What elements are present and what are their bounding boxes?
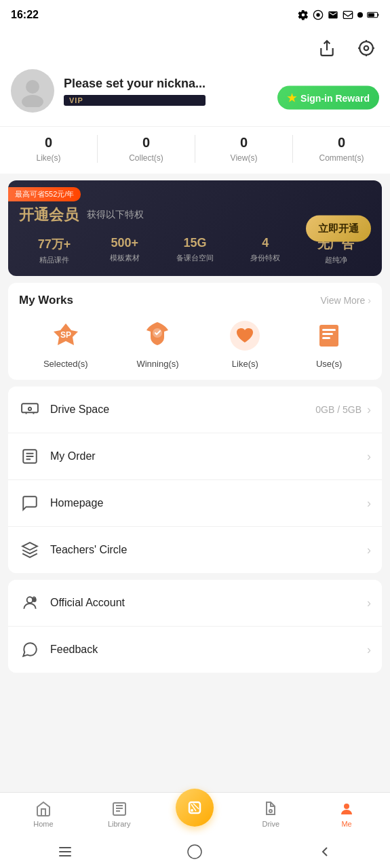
stat-comments-number: 0 <box>338 135 345 151</box>
menu-feedback-label: Feedback <box>50 644 367 656</box>
vip-feature-0-label: 精品课件 <box>39 255 69 265</box>
status-time: 16:22 <box>11 9 39 21</box>
work-item-use[interactable]: Use(s) <box>311 318 347 369</box>
my-works-header: My Works View More › <box>19 294 371 307</box>
chevron-right-icon: › <box>367 450 371 464</box>
share-button[interactable] <box>314 35 340 61</box>
vip-feature-2-label: 备课台空间 <box>176 253 214 263</box>
settings-icon <box>298 9 309 20</box>
nav-create-button[interactable] <box>176 789 214 827</box>
svg-point-35 <box>191 809 193 812</box>
menu-drive-value: 0GB / 5GB <box>315 404 362 415</box>
menu-teachers-right: › <box>367 543 371 557</box>
nav-me[interactable]: Me <box>309 801 385 828</box>
svg-rect-6 <box>368 13 374 16</box>
order-icon <box>19 446 41 467</box>
svg-point-28 <box>27 597 33 603</box>
vip-feature-1-label: 模板素材 <box>110 253 140 263</box>
system-bar <box>0 835 390 868</box>
mail-icon <box>328 9 338 20</box>
menu-item-official[interactable]: Official Account › <box>8 580 382 626</box>
stat-comments-label: Comment(s) <box>319 153 364 163</box>
stat-collects[interactable]: 0 Collect(s) <box>97 135 195 163</box>
stat-likes-number: 0 <box>45 135 52 151</box>
svg-point-15 <box>22 95 43 107</box>
back-button[interactable] <box>314 841 336 863</box>
svg-point-9 <box>364 46 369 51</box>
vip-feature-1: 500+ 模板素材 <box>90 236 160 265</box>
work-item-winning[interactable]: Winning(s) <box>136 318 178 369</box>
svg-rect-38 <box>59 847 71 848</box>
svg-rect-39 <box>59 851 71 852</box>
vip-feature-0: 77万+ 精品课件 <box>19 236 90 265</box>
stats-row: 0 Like(s) 0 Collect(s) 0 View(s) 0 Comme… <box>0 126 390 174</box>
svg-point-23 <box>28 408 31 410</box>
nav-drive-label: Drive <box>262 820 279 828</box>
svg-rect-5 <box>378 14 379 16</box>
work-selected-label: Selected(s) <box>43 359 88 369</box>
avatar[interactable] <box>11 69 54 113</box>
nav-library-label: Library <box>108 820 131 828</box>
menu-item-teachers[interactable]: Teachers' Circle › <box>8 526 382 573</box>
scan-icon <box>357 39 375 57</box>
vip-feature-3-num: 4 <box>262 236 269 250</box>
chevron-right-icon: › <box>367 643 371 657</box>
menu-drive-label: Drive Space <box>50 403 315 416</box>
drive-nav-icon <box>262 801 279 817</box>
my-works-title: My Works <box>19 294 73 307</box>
view-more-button[interactable]: View More › <box>320 295 371 306</box>
menu-item-feedback[interactable]: Feedback › <box>8 626 382 673</box>
sign-in-reward-label: Sign-in Reward <box>300 92 370 103</box>
menu-item-order[interactable]: My Order › <box>8 433 382 479</box>
stat-comments[interactable]: 0 Comment(s) <box>292 135 390 163</box>
share-icon <box>318 39 336 57</box>
home-button[interactable] <box>184 841 206 863</box>
work-item-like[interactable]: Like(s) <box>227 318 262 369</box>
battery-icon <box>367 10 379 20</box>
scan-button[interactable] <box>353 35 379 61</box>
nav-create[interactable] <box>157 802 233 827</box>
chevron-right-icon: › <box>367 543 371 557</box>
menu-item-drive[interactable]: Drive Space 0GB / 5GB › <box>8 387 382 433</box>
dot-icon <box>357 12 363 18</box>
profile-info: Please set your nickna... VIP <box>64 77 206 106</box>
vip-feature-1-num: 500+ <box>111 236 138 250</box>
nav-drive[interactable]: Drive <box>233 801 309 828</box>
nav-home[interactable]: Home <box>5 801 81 828</box>
me-nav-icon <box>338 801 355 817</box>
avatar-placeholder <box>16 75 49 107</box>
vip-banner[interactable]: 最高可省552元/年 开通会员 获得以下特权 立即开通 77万+ 精品课件 50… <box>8 180 382 276</box>
back-icon <box>317 844 333 860</box>
profile-section: Please set your nickna... VIP ★ Sign-in … <box>0 69 390 126</box>
official-icon <box>19 592 41 614</box>
stat-views-number: 0 <box>240 135 248 151</box>
vip-feature-3: 4 身份特权 <box>230 236 300 265</box>
menu-drive-right: 0GB / 5GB › <box>315 403 371 417</box>
view-more-label: View More <box>320 295 365 306</box>
vip-sub-text: 获得以下特权 <box>87 209 144 221</box>
vip-open-button[interactable]: 立即开通 <box>306 215 371 241</box>
menu-item-homepage[interactable]: Homepage › <box>8 479 382 526</box>
vip-main-text: 开通会员 <box>19 205 79 225</box>
work-item-selected[interactable]: SP Selected(s) <box>43 318 88 369</box>
works-grid: SP Selected(s) Winning(s) <box>19 318 371 369</box>
chevron-right-icon: › <box>367 403 371 417</box>
stat-likes[interactable]: 0 Like(s) <box>0 135 97 163</box>
home-nav-icon <box>35 801 52 817</box>
vip-feature-4-label: 超纯净 <box>325 255 347 265</box>
my-works-section: My Works View More › SP Selected(s) <box>8 283 382 380</box>
nav-library[interactable]: Library <box>81 801 157 828</box>
home-circle-icon <box>187 844 202 859</box>
work-use-label: Use(s) <box>316 359 342 369</box>
menu-button[interactable] <box>54 841 76 863</box>
vip-feature-3-label: 身份特权 <box>250 253 280 263</box>
stat-views[interactable]: 0 View(s) <box>195 135 292 163</box>
menu-official-label: Official Account <box>50 597 367 609</box>
svg-point-1 <box>316 13 319 16</box>
svg-rect-34 <box>189 802 200 813</box>
work-like-label: Like(s) <box>232 359 258 369</box>
svg-point-36 <box>269 810 272 812</box>
menu-teachers-label: Teachers' Circle <box>50 544 367 556</box>
menu-homepage-right: › <box>367 496 371 511</box>
sign-in-reward-button[interactable]: ★ Sign-in Reward <box>277 86 379 110</box>
